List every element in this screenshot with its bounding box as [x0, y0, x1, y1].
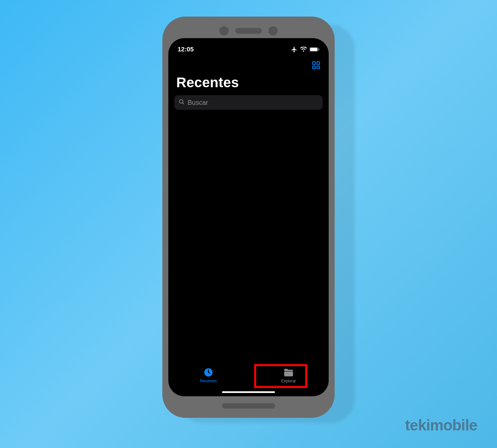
nav-row: [168, 55, 329, 71]
svg-rect-5: [313, 66, 315, 69]
search-input[interactable]: [188, 99, 319, 106]
phone-sensor-icon: [268, 26, 278, 35]
phone-camera-icon: [219, 26, 229, 35]
search-icon: [178, 98, 185, 106]
tab-browse[interactable]: Explorar: [265, 367, 312, 383]
tab-recents-label: Recentes: [200, 379, 217, 383]
battery-icon: [309, 47, 319, 52]
status-icons: [291, 46, 319, 53]
svg-rect-10: [284, 371, 293, 376]
tab-browse-label: Explorar: [281, 379, 296, 383]
svg-line-8: [183, 103, 184, 104]
svg-rect-2: [318, 48, 319, 50]
search-container: [168, 95, 329, 110]
folder-icon: [283, 367, 294, 377]
svg-rect-4: [317, 62, 319, 65]
phone-notch: [162, 26, 335, 36]
tab-recents[interactable]: Recentes: [185, 367, 232, 383]
phone-frame: 12:05: [162, 17, 335, 418]
home-indicator[interactable]: [222, 391, 275, 393]
svg-rect-6: [317, 66, 319, 69]
wifi-icon: [300, 47, 307, 52]
grid-view-icon[interactable]: [311, 61, 321, 71]
clock-icon: [203, 367, 213, 377]
search-field[interactable]: [174, 95, 323, 110]
svg-rect-3: [313, 62, 315, 65]
watermark: tekimobile: [405, 416, 477, 434]
phone-bottom-speaker-icon: [222, 403, 275, 409]
page-title: Recentes: [168, 71, 329, 95]
phone-screen: 12:05: [168, 38, 329, 396]
svg-rect-1: [310, 48, 317, 51]
status-bar: 12:05: [168, 38, 329, 55]
phone-speaker-icon: [235, 28, 262, 34]
airplane-mode-icon: [291, 46, 298, 53]
status-time: 12:05: [178, 46, 194, 53]
